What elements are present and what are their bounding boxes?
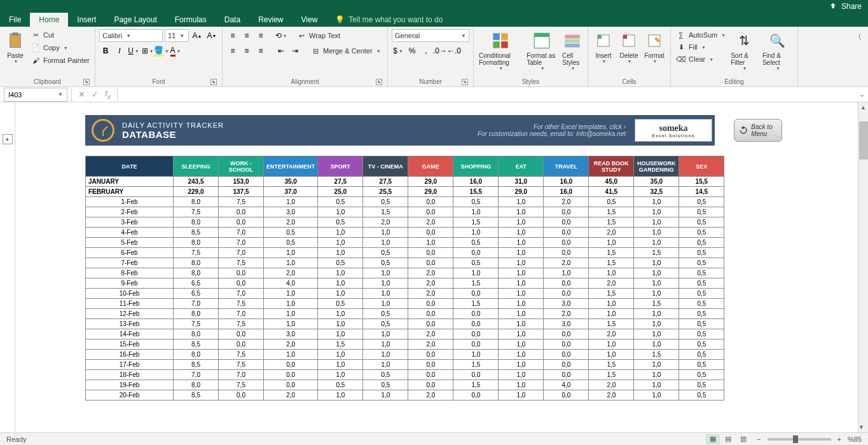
data-cell[interactable]: 0,5 xyxy=(363,380,408,390)
data-cell[interactable]: 1,0 xyxy=(634,217,679,228)
clear-button[interactable]: ⌫Clear▼ xyxy=(675,53,727,65)
data-cell[interactable]: 8,0 xyxy=(174,217,219,228)
data-cell[interactable]: 0,0 xyxy=(408,258,453,268)
month-cell[interactable]: JANUARY xyxy=(86,177,174,187)
data-cell[interactable]: 2,0 xyxy=(589,228,634,238)
align-left-button[interactable]: ≡ xyxy=(226,44,239,57)
data-cell[interactable]: 1,5 xyxy=(363,207,408,217)
data-cell[interactable]: 1,0 xyxy=(363,299,408,309)
month-total-cell[interactable]: 229,0 xyxy=(174,187,219,197)
data-cell[interactable]: 0,5 xyxy=(363,258,408,268)
data-cell[interactable]: 0,0 xyxy=(408,360,453,370)
date-cell[interactable]: 6-Feb xyxy=(86,248,174,258)
data-cell[interactable]: 0,5 xyxy=(363,319,408,329)
data-cell[interactable]: 0,5 xyxy=(679,329,724,339)
number-launcher[interactable]: ⬊ xyxy=(462,79,468,85)
cut-button[interactable]: ✂Cut xyxy=(29,29,91,41)
data-cell[interactable]: 1,0 xyxy=(453,228,499,238)
decrease-decimal-button[interactable]: ←.0 xyxy=(448,44,460,57)
data-cell[interactable]: 8,0 xyxy=(174,238,219,248)
data-cell[interactable]: 1,0 xyxy=(318,329,363,339)
data-cell[interactable]: 0,5 xyxy=(679,289,724,299)
data-cell[interactable]: 1,0 xyxy=(634,309,679,319)
data-cell[interactable]: 1,5 xyxy=(589,248,634,258)
tab-view[interactable]: View xyxy=(293,13,327,27)
month-total-cell[interactable]: 41,5 xyxy=(589,187,634,197)
data-cell[interactable]: 1,5 xyxy=(453,299,499,309)
data-cell[interactable]: 8,0 xyxy=(174,197,219,207)
align-center-button[interactable]: ≡ xyxy=(240,44,253,57)
month-total-cell[interactable]: 153,0 xyxy=(219,177,264,187)
data-cell[interactable]: 1,0 xyxy=(499,299,544,309)
data-cell[interactable]: 1,0 xyxy=(499,309,544,319)
header-shopping[interactable]: SHOPPING xyxy=(453,156,499,177)
data-cell[interactable]: 0,0 xyxy=(408,350,453,360)
date-cell[interactable]: 13-Feb xyxy=(86,319,174,329)
data-cell[interactable]: 1,0 xyxy=(589,339,634,350)
outline-expand-button[interactable]: + xyxy=(3,134,13,144)
data-cell[interactable]: 1,0 xyxy=(264,197,318,207)
header-date[interactable]: DATE xyxy=(86,156,174,177)
data-cell[interactable]: 7,0 xyxy=(174,370,219,380)
page-layout-view-button[interactable]: ▤ xyxy=(721,434,735,444)
data-cell[interactable]: 1,0 xyxy=(363,350,408,360)
data-cell[interactable]: 1,5 xyxy=(453,360,499,370)
data-cell[interactable]: 1,0 xyxy=(318,350,363,360)
data-cell[interactable]: 1,0 xyxy=(499,248,544,258)
data-cell[interactable]: 1,0 xyxy=(408,238,453,248)
data-cell[interactable]: 0,0 xyxy=(219,390,264,400)
data-cell[interactable]: 0,5 xyxy=(453,197,499,207)
data-cell[interactable]: 1,0 xyxy=(634,339,679,350)
date-cell[interactable]: 3-Feb xyxy=(86,217,174,228)
format-cells-button[interactable]: Format▼ xyxy=(643,29,666,65)
data-cell[interactable]: 1,0 xyxy=(363,390,408,400)
data-cell[interactable]: 1,5 xyxy=(589,360,634,370)
month-total-cell[interactable]: 35,0 xyxy=(634,177,679,187)
data-cell[interactable]: 1,0 xyxy=(318,390,363,400)
data-cell[interactable]: 1,0 xyxy=(544,268,589,278)
header-work-school[interactable]: WORK - SCHOOL xyxy=(219,156,264,177)
data-cell[interactable]: 1,5 xyxy=(453,278,499,289)
data-cell[interactable]: 1,0 xyxy=(363,339,408,350)
data-cell[interactable]: 2,0 xyxy=(408,217,453,228)
data-cell[interactable]: 2,0 xyxy=(589,278,634,289)
data-cell[interactable]: 0,5 xyxy=(679,319,724,329)
data-cell[interactable]: 0,0 xyxy=(453,319,499,329)
data-cell[interactable]: 1,5 xyxy=(589,207,634,217)
data-cell[interactable]: 0,5 xyxy=(363,248,408,258)
data-cell[interactable]: 0,5 xyxy=(679,258,724,268)
data-cell[interactable]: 3,0 xyxy=(264,329,318,339)
data-cell[interactable]: 3,0 xyxy=(544,299,589,309)
data-cell[interactable]: 2,0 xyxy=(264,339,318,350)
month-total-cell[interactable]: 14,5 xyxy=(679,187,724,197)
data-cell[interactable]: 0,0 xyxy=(453,339,499,350)
decrease-indent-button[interactable]: ⇤ xyxy=(275,44,287,57)
data-cell[interactable]: 6,5 xyxy=(174,289,219,299)
data-cell[interactable]: 1,0 xyxy=(363,278,408,289)
data-cell[interactable]: 0,0 xyxy=(219,268,264,278)
data-cell[interactable]: 1,5 xyxy=(589,319,634,329)
data-cell[interactable]: 1,0 xyxy=(499,380,544,390)
data-cell[interactable]: 0,5 xyxy=(679,390,724,400)
data-cell[interactable]: 2,0 xyxy=(408,390,453,400)
increase-indent-button[interactable]: ⇥ xyxy=(289,44,301,57)
data-cell[interactable]: 0,5 xyxy=(679,360,724,370)
data-cell[interactable]: 8,0 xyxy=(174,380,219,390)
data-cell[interactable]: 1,0 xyxy=(363,238,408,248)
data-cell[interactable]: 1,0 xyxy=(499,350,544,360)
data-cell[interactable]: 0,0 xyxy=(408,319,453,329)
data-cell[interactable]: 0,5 xyxy=(679,197,724,207)
data-cell[interactable]: 8,0 xyxy=(174,329,219,339)
data-cell[interactable]: 2,0 xyxy=(264,390,318,400)
data-cell[interactable]: 0,5 xyxy=(318,299,363,309)
month-total-cell[interactable]: 27,5 xyxy=(318,177,363,187)
tell-me-search[interactable]: 💡Tell me what you want to do xyxy=(326,13,451,27)
data-cell[interactable]: 1,0 xyxy=(264,299,318,309)
align-middle-button[interactable]: ≡ xyxy=(240,29,253,42)
date-cell[interactable]: 14-Feb xyxy=(86,329,174,339)
data-cell[interactable]: 7,5 xyxy=(174,207,219,217)
data-cell[interactable]: 1,0 xyxy=(363,228,408,238)
data-cell[interactable]: 0,5 xyxy=(679,278,724,289)
data-cell[interactable]: 0,0 xyxy=(544,228,589,238)
date-cell[interactable]: 10-Feb xyxy=(86,289,174,299)
